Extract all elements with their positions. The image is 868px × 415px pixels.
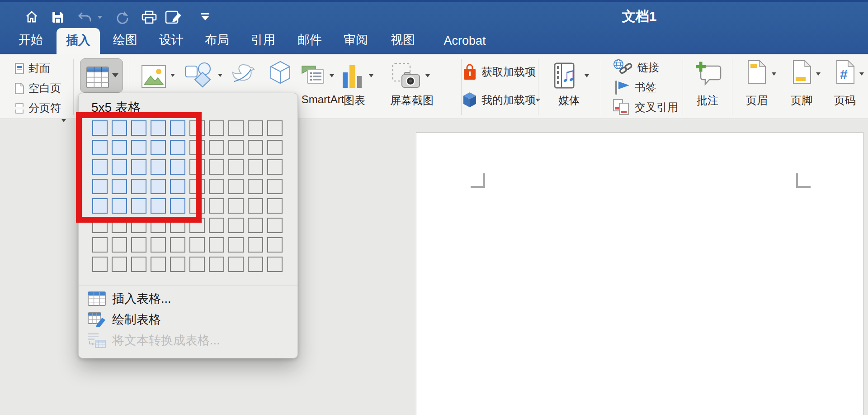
grid-cell-5x8[interactable] — [228, 198, 244, 214]
grid-cell-7x7[interactable] — [209, 237, 224, 253]
grid-cell-7x8[interactable] — [228, 237, 244, 253]
grid-cell-4x7[interactable] — [209, 179, 224, 194]
tab-references[interactable]: 引用 — [243, 27, 283, 54]
grid-cell-2x7[interactable] — [209, 140, 224, 155]
grid-cell-1x10[interactable] — [267, 120, 283, 136]
table-dropdown-caret[interactable] — [112, 73, 118, 77]
grid-cell-6x8[interactable] — [228, 218, 244, 233]
media-button[interactable]: ♫ — [554, 62, 575, 91]
grid-cell-1x8[interactable] — [228, 120, 244, 136]
menu-item-convert-text-to-table[interactable]: 将文本转换成表格... — [88, 331, 287, 350]
grid-cell-8x3[interactable] — [131, 257, 146, 272]
header-button[interactable] — [747, 60, 766, 86]
print-icon[interactable] — [141, 10, 157, 26]
grid-cell-8x1[interactable] — [92, 257, 108, 272]
grid-cell-6x10[interactable] — [267, 218, 283, 233]
cover-page-button[interactable]: 封面 — [15, 61, 50, 76]
menu-item-insert-table[interactable]: 插入表格... — [88, 289, 287, 308]
cross-reference-button[interactable]: 交叉引用 — [613, 100, 678, 115]
grid-cell-3x9[interactable] — [248, 159, 263, 175]
tab-design[interactable]: 设计 — [151, 27, 192, 54]
new-comment-button[interactable] — [696, 62, 722, 89]
grid-cell-8x7[interactable] — [209, 257, 224, 272]
grid-cell-4x10[interactable] — [267, 179, 283, 194]
grid-cell-7x4[interactable] — [151, 237, 166, 253]
get-addins-button[interactable]: 获取加载项 — [462, 64, 536, 80]
grid-cell-7x2[interactable] — [112, 237, 127, 253]
page-number-caret[interactable] — [859, 72, 864, 76]
grid-cell-7x10[interactable] — [267, 237, 283, 253]
grid-cell-7x9[interactable] — [248, 237, 263, 253]
grid-cell-2x8[interactable] — [228, 140, 244, 155]
grid-cell-8x8[interactable] — [228, 257, 244, 272]
undo-icon[interactable] — [77, 11, 93, 26]
grid-cell-6x7[interactable] — [209, 218, 224, 233]
icons-bird-icon — [230, 62, 255, 86]
grid-cell-8x6[interactable] — [189, 257, 205, 272]
media-caret[interactable] — [585, 74, 589, 77]
chart-button[interactable] — [343, 64, 363, 91]
grid-cell-3x10[interactable] — [267, 159, 283, 175]
bookmark-button[interactable]: 书签 — [614, 80, 656, 95]
tab-draw[interactable]: 绘图 — [105, 27, 146, 54]
grid-cell-6x9[interactable] — [248, 218, 263, 233]
grid-cell-4x8[interactable] — [228, 179, 244, 194]
grid-cell-7x3[interactable] — [131, 237, 146, 253]
header-caret[interactable] — [772, 72, 776, 76]
grid-cell-4x9[interactable] — [248, 179, 263, 194]
save-icon[interactable] — [51, 10, 64, 25]
chart-caret[interactable] — [369, 74, 373, 77]
shapes-caret[interactable] — [218, 74, 222, 77]
edit-document-icon[interactable] — [165, 10, 183, 26]
footer-caret[interactable] — [816, 72, 821, 76]
tab-mailings[interactable]: 邮件 — [289, 27, 330, 54]
grid-cell-7x5[interactable] — [170, 237, 185, 253]
grid-cell-7x6[interactable] — [189, 237, 205, 253]
grid-cell-3x7[interactable] — [209, 159, 224, 175]
3d-models-button[interactable] — [269, 61, 291, 86]
smartart-caret[interactable] — [330, 74, 334, 77]
page-number-button[interactable]: # — [836, 60, 855, 86]
insert-table-button[interactable] — [80, 58, 123, 93]
screenshot-caret[interactable] — [425, 74, 430, 77]
document-page[interactable] — [416, 132, 863, 415]
smartart-button[interactable] — [301, 64, 325, 87]
undo-dropdown-caret[interactable] — [98, 16, 102, 19]
grid-cell-5x7[interactable] — [209, 198, 224, 214]
grid-cell-3x8[interactable] — [228, 159, 244, 175]
link-button[interactable]: 链接 — [613, 60, 659, 75]
cover-page-caret[interactable] — [61, 119, 66, 122]
grid-cell-8x9[interactable] — [248, 257, 263, 272]
tab-insert[interactable]: 插入 — [57, 28, 100, 54]
grid-cell-7x1[interactable] — [92, 237, 108, 253]
tab-review[interactable]: 审阅 — [335, 27, 376, 54]
tab-acrobat[interactable]: Acrobat — [435, 29, 494, 54]
home-icon[interactable] — [25, 10, 38, 25]
blank-page-button[interactable]: 空白页 — [15, 81, 61, 96]
page-break-button[interactable]: 分页符 — [15, 100, 61, 116]
grid-cell-8x4[interactable] — [151, 257, 166, 272]
menu-item-draw-table[interactable]: 绘制表格 — [88, 310, 287, 329]
tab-layout[interactable]: 布局 — [197, 27, 237, 54]
grid-cell-1x7[interactable] — [209, 120, 224, 136]
grid-cell-8x2[interactable] — [112, 257, 127, 272]
grid-cell-5x9[interactable] — [248, 198, 263, 214]
pictures-button[interactable] — [142, 65, 166, 90]
screenshot-button[interactable] — [392, 63, 420, 91]
pictures-caret[interactable] — [170, 74, 175, 77]
grid-cell-2x10[interactable] — [267, 140, 283, 155]
grid-cell-5x10[interactable] — [267, 198, 283, 214]
tab-view[interactable]: 视图 — [382, 27, 423, 54]
my-addins-button[interactable]: 我的加载项 — [462, 92, 536, 108]
tab-home[interactable]: 开始 — [10, 27, 51, 54]
redo-icon[interactable] — [114, 11, 129, 26]
grid-cell-8x10[interactable] — [267, 257, 283, 272]
screenshot-icon — [392, 63, 420, 89]
grid-cell-8x5[interactable] — [170, 257, 185, 272]
collapse-ribbon-icon[interactable] — [201, 13, 210, 24]
shapes-button[interactable] — [184, 62, 213, 91]
grid-cell-2x9[interactable] — [248, 140, 263, 155]
footer-button[interactable] — [793, 60, 811, 86]
icons-button[interactable] — [230, 62, 255, 88]
grid-cell-1x9[interactable] — [248, 120, 263, 136]
